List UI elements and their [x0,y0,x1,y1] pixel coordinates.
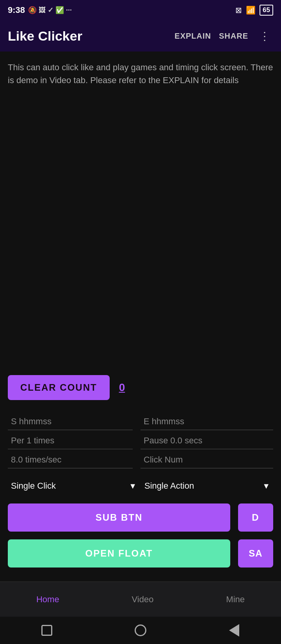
sa-button[interactable]: SA [238,539,273,568]
fields-grid [8,411,273,468]
clear-count-row: CLEAR COUNT 0 [8,375,273,400]
controls-section: CLEAR COUNT 0 [8,375,273,582]
e-hhmmss-input[interactable] [144,416,270,427]
dropdowns-row: Single Click ▼ Single Action ▼ [8,478,273,494]
pause-secs-input[interactable] [144,436,270,446]
s-hhmmss-input[interactable] [11,416,130,427]
share-button[interactable]: SHARE [219,32,248,41]
status-time: 9:38 🔕 🖼 ✓ ✅ ··· [8,5,72,15]
open-float-button[interactable]: OPEN FLOAT [8,539,230,568]
nav-home-label: Home [36,594,59,605]
battery-level: 65 [260,5,273,16]
d-button[interactable]: D [238,503,273,532]
app-title: Like Clicker [8,28,167,44]
single-click-dropdown[interactable]: Single Click ▼ [11,478,137,494]
field-per-times [8,430,133,449]
time-display: 9:38 [8,5,25,15]
app-bar: Like Clicker EXPLAIN SHARE ⋮ [0,20,281,52]
back-icon [229,624,239,637]
field-e-hhmmss [140,411,273,430]
single-action-arrow: ▼ [262,482,270,491]
per-times-input[interactable] [11,436,130,446]
action-row-1: SUB BTN D [8,503,273,532]
times-sec-input[interactable] [11,455,130,465]
notification-icons: 🔕 🖼 ✓ ✅ ··· [28,6,72,14]
bottom-nav: Home Video Mine [0,582,281,617]
home-button[interactable] [133,623,148,637]
wifi-icon: 📶 [246,5,256,15]
nav-mine-label: Mine [226,594,245,605]
single-click-arrow: ▼ [129,482,137,491]
field-pause-secs [140,430,273,449]
nav-item-video[interactable]: Video [132,594,154,605]
more-options-icon[interactable]: ⋮ [256,30,273,43]
field-click-num [140,449,273,468]
single-click-label: Single Click [11,481,56,491]
battery-icon: ⊠ [235,5,242,15]
status-right: ⊠ 📶 65 [235,5,273,16]
nav-item-mine[interactable]: Mine [226,594,245,605]
system-nav-bar [0,617,281,644]
back-button[interactable] [227,623,241,637]
count-display: 0 [119,381,125,394]
explain-button[interactable]: EXPLAIN [174,32,211,41]
status-bar: 9:38 🔕 🖼 ✓ ✅ ··· ⊠ 📶 65 [0,0,281,20]
field-times-sec [8,449,133,468]
field-s-hhmmss [8,411,133,430]
single-action-dropdown[interactable]: Single Action ▼ [144,478,270,494]
sub-btn-button[interactable]: SUB BTN [8,503,230,532]
spacer [8,91,273,375]
description-text: This can auto click like and play games … [8,61,273,87]
recents-icon [41,625,52,636]
nav-video-label: Video [132,594,154,605]
recents-button[interactable] [40,623,54,637]
clear-count-button[interactable]: CLEAR COUNT [8,375,110,400]
action-row-2: OPEN FLOAT SA [8,539,273,568]
single-action-label: Single Action [144,481,194,491]
main-content: This can auto click like and play games … [0,52,281,582]
nav-item-home[interactable]: Home [36,594,59,605]
home-icon [135,624,146,636]
click-num-input[interactable] [144,455,270,465]
